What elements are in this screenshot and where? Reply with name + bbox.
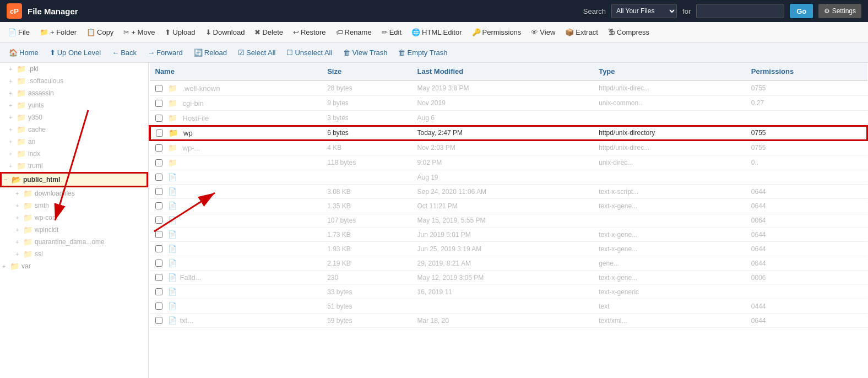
sidebar-item-yunts[interactable]: + 📁 yunts bbox=[0, 99, 148, 111]
file-checkbox[interactable] bbox=[155, 274, 162, 281]
cpanel-logo: cP bbox=[7, 3, 22, 19]
column-last-modified[interactable]: Last Modified bbox=[411, 63, 593, 80]
file-checkbox[interactable] bbox=[155, 260, 162, 267]
table-row[interactable]: 📁 cgi-bin 9 bytes Nov 2019 unix-common..… bbox=[150, 96, 867, 111]
move-button[interactable]: ✂ + Move bbox=[119, 26, 159, 39]
table-row[interactable]: 📁 wp-... 4 KB Nov 2:03 PM httpd/unix-dir… bbox=[150, 141, 867, 155]
table-row[interactable]: 📄 Falld... 230 May 12, 2019 3:05 PM text… bbox=[150, 271, 867, 285]
view-button[interactable]: 👁 View bbox=[527, 26, 560, 39]
file-checkbox[interactable] bbox=[155, 85, 162, 92]
column-type[interactable]: Type bbox=[593, 63, 746, 80]
download-label: Download bbox=[213, 28, 245, 36]
table-row[interactable]: 📄 Aug 19 bbox=[150, 170, 867, 185]
settings-button[interactable]: ⚙ Settings bbox=[818, 4, 861, 18]
table-row-wp[interactable]: 📁 wp 6 bytes Today, 2:47 PM httpd/unix-d… bbox=[150, 126, 867, 141]
file-icon: 📄 bbox=[168, 173, 177, 181]
file-modified: Aug 19 bbox=[411, 170, 593, 185]
table-row[interactable]: 📄 51 bytes text 0444 bbox=[150, 299, 867, 314]
table-row[interactable]: 📄 33 bytes 16, 2019 11 text-x-generic bbox=[150, 285, 867, 299]
file-perms: 0755 bbox=[746, 126, 867, 141]
file-type: text bbox=[593, 299, 746, 314]
file-type: gene... bbox=[593, 256, 746, 271]
column-permissions[interactable]: Permissions bbox=[746, 63, 867, 80]
sidebar-item-an[interactable]: + 📁 an bbox=[0, 136, 148, 148]
home-button[interactable]: 🏠 Home bbox=[4, 46, 43, 59]
table-row[interactable]: 📄 3.08 KB Sep 24, 2020 11:06 AM text-x-s… bbox=[150, 185, 867, 199]
sidebar-item-softaculous[interactable]: + 📁 .softaculous bbox=[0, 75, 148, 87]
table-row[interactable]: 📄 txt... 59 bytes Mar 18, 20 text/xml...… bbox=[150, 314, 867, 328]
folder-button[interactable]: 📁 + Folder bbox=[35, 26, 81, 39]
back-button[interactable]: ← Back bbox=[107, 46, 141, 59]
table-row[interactable]: 📁 .well-known 28 bytes May 2019 3:8 PM h… bbox=[150, 80, 867, 96]
select-all-button[interactable]: ☑ Select All bbox=[234, 46, 280, 59]
table-row[interactable]: 📁 118 bytes 9:02 PM unix-direc... 0.. bbox=[150, 155, 867, 170]
sidebar-item-ssl[interactable]: + 📁 ssl bbox=[0, 248, 148, 260]
html-editor-button[interactable]: 🌐 HTML Editor bbox=[407, 26, 466, 39]
forward-button[interactable]: → Forward bbox=[143, 46, 187, 59]
file-checkbox[interactable] bbox=[155, 100, 162, 107]
extract-button[interactable]: 📦 Extract bbox=[561, 26, 602, 39]
permissions-button[interactable]: 🔑 Permissions bbox=[468, 26, 526, 39]
table-row[interactable]: 📄 1.93 KB Jun 25, 2019 3:19 AM text-x-ge… bbox=[150, 242, 867, 256]
reload-icon: 🔄 bbox=[194, 48, 203, 57]
file-checkbox[interactable] bbox=[155, 188, 162, 195]
up-one-level-button[interactable]: ⬆ Up One Level bbox=[45, 46, 106, 59]
restore-button[interactable]: ↩ Restore bbox=[289, 26, 330, 39]
search-scope-select[interactable]: All Your Files File Names Only Document … bbox=[611, 4, 677, 18]
file-checkbox[interactable] bbox=[155, 288, 162, 295]
sidebar-item-indx[interactable]: + 📁 indx bbox=[0, 148, 148, 160]
sidebar-item-pki[interactable]: + 📁 .pki bbox=[0, 63, 148, 75]
sidebar-item-smth[interactable]: + 📁 smth bbox=[0, 199, 148, 212]
permissions-label: Permissions bbox=[482, 28, 522, 36]
file-checkbox[interactable] bbox=[155, 245, 162, 252]
sidebar-item-downloadfiles[interactable]: + 📁 downloadfiles bbox=[0, 187, 148, 199]
table-row[interactable]: 📄 1.73 KB Jun 2019 5:01 PM text-x-gene..… bbox=[150, 228, 867, 242]
copy-button[interactable]: 📋 Copy bbox=[82, 26, 118, 39]
table-row[interactable]: 📄 2.19 KB 29, 2019, 8:21 AM gene... 0644 bbox=[150, 256, 867, 271]
file-button[interactable]: 📄 File bbox=[3, 26, 34, 39]
column-size[interactable]: Size bbox=[322, 63, 411, 80]
file-checkbox[interactable] bbox=[155, 303, 162, 310]
reload-button[interactable]: 🔄 Reload bbox=[189, 46, 231, 59]
sidebar-item-truml[interactable]: + 📁 truml bbox=[0, 160, 148, 172]
file-checkbox[interactable] bbox=[155, 144, 162, 152]
view-trash-button[interactable]: 🗑 View Trash bbox=[339, 46, 392, 59]
edit-button[interactable]: ✏ Edit bbox=[377, 26, 406, 39]
sidebar-item-assassin[interactable]: + 📁 assassin bbox=[0, 87, 148, 99]
sidebar-item-label: truml bbox=[28, 162, 43, 170]
file-checkbox[interactable] bbox=[155, 317, 162, 324]
sidebar-item-public-html[interactable]: − 📂 public_html bbox=[0, 172, 148, 187]
rename-button[interactable]: 🏷 Rename bbox=[332, 26, 376, 39]
file-checkbox[interactable] bbox=[155, 174, 162, 181]
compress-button[interactable]: 🗜 Compress bbox=[604, 26, 654, 39]
move-icon: ✂ bbox=[123, 28, 129, 36]
table-row[interactable]: 📄 1.35 KB Oct 11:21 PM text-x-gene... 06… bbox=[150, 199, 867, 213]
file-checkbox[interactable] bbox=[156, 129, 163, 137]
sidebar-item-wp-cont[interactable]: + 📁 wp-cont bbox=[0, 212, 148, 224]
table-row[interactable]: 📄 107 bytes May 15, 2019, 5:55 PM 0064 bbox=[150, 213, 867, 228]
delete-button[interactable]: ✖ Delete bbox=[250, 26, 287, 39]
file-checkbox[interactable] bbox=[155, 231, 162, 238]
file-modified bbox=[411, 299, 593, 314]
sidebar-item-cache[interactable]: + 📁 cache bbox=[0, 123, 148, 136]
file-perms: 0644 bbox=[746, 228, 867, 242]
sidebar-item-y350[interactable]: + 📁 y350 bbox=[0, 111, 148, 123]
folder-icon: 📁 bbox=[168, 143, 177, 152]
sidebar-item-label: indx bbox=[28, 150, 40, 158]
download-button[interactable]: ⬇ Download bbox=[201, 26, 249, 39]
sidebar-item-var[interactable]: + 📁 var bbox=[0, 260, 148, 272]
go-button[interactable]: Go bbox=[790, 4, 813, 18]
file-checkbox[interactable] bbox=[155, 202, 162, 209]
table-row[interactable]: 📁 HostFile 3 bytes Aug 6 bbox=[150, 111, 867, 126]
sidebar-item-wpincldt[interactable]: + 📁 wpincldt bbox=[0, 224, 148, 236]
unselect-all-button[interactable]: ☐ Unselect All bbox=[282, 46, 337, 59]
file-checkbox[interactable] bbox=[155, 217, 162, 224]
upload-button[interactable]: ⬆ Upload bbox=[160, 26, 199, 39]
file-checkbox[interactable] bbox=[155, 159, 162, 166]
file-checkbox[interactable] bbox=[155, 115, 162, 122]
column-name[interactable]: Name bbox=[150, 63, 322, 80]
tree-toggle: + bbox=[2, 263, 10, 269]
empty-trash-button[interactable]: 🗑 Empty Trash bbox=[394, 46, 452, 59]
sidebar-item-quarantine[interactable]: + 📁 quarantine_dama...ome bbox=[0, 236, 148, 248]
search-input[interactable] bbox=[696, 4, 784, 18]
